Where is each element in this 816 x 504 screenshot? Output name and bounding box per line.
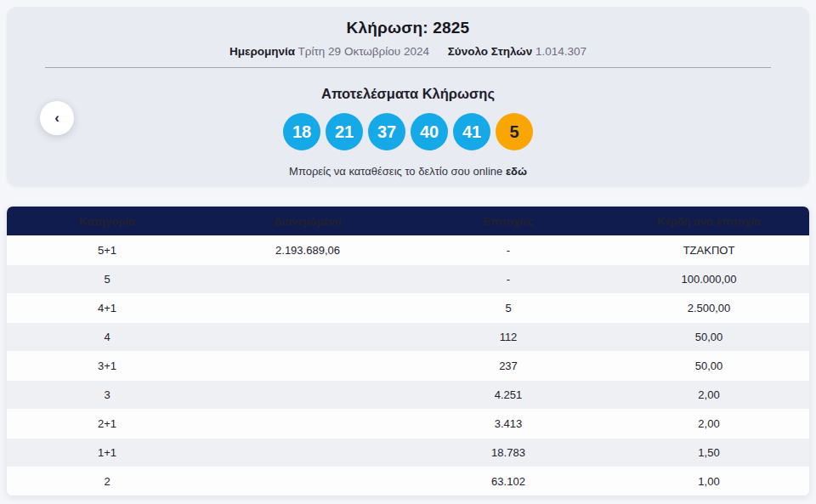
- cell-category: 4: [7, 331, 207, 343]
- draw-date-value: Τρίτη 29 Οκτωβρίου 2024: [298, 45, 429, 58]
- cell-winners: -: [408, 273, 609, 286]
- cell-category: 3+1: [7, 360, 207, 372]
- cell-winners: 18.783: [408, 446, 609, 459]
- cta-link[interactable]: εδώ: [506, 165, 527, 178]
- cell-winners: -: [408, 244, 609, 257]
- results-title: Αποτελέσματα Κλήρωσης: [7, 86, 809, 102]
- cell-category: 1+1: [7, 446, 207, 459]
- number-ball: 18: [283, 113, 320, 150]
- table-body: 5+1 2.193.689,06 - ΤΖΑΚΠΟΤ 5 - 100.000,0…: [7, 235, 809, 496]
- total-columns-value: 1.014.307: [536, 45, 586, 58]
- divider: [45, 67, 771, 68]
- cell-prize: ΤΖΑΚΠΟΤ: [609, 244, 809, 257]
- cell-category: 5+1: [7, 244, 207, 257]
- lottery-results-page: Κλήρωση: 2825 Ημερομηνία Τρίτη 29 Οκτωβρ…: [0, 0, 816, 504]
- chevron-left-icon: ‹: [54, 110, 60, 125]
- cta-line: Μπορείς να καταθέσεις το δελτίο σου onli…: [7, 165, 809, 178]
- header-prize: Κέρδη ανά επιτυχία: [609, 215, 809, 228]
- cell-prize: 1,50: [609, 446, 809, 459]
- header-category: Κατηγορία: [7, 215, 207, 228]
- page-title: Κλήρωση: 2825: [7, 7, 809, 37]
- table-row: 2 63.102 1,00: [7, 467, 809, 496]
- cell-prize: 50,00: [609, 331, 809, 343]
- table-row: 3+1 237 50,00: [7, 351, 809, 380]
- draw-date-label: Ημερομηνία: [230, 45, 295, 58]
- back-button[interactable]: ‹: [40, 101, 74, 135]
- total-columns: Σύνολο Στηλών 1.014.307: [448, 45, 586, 58]
- cell-winners: 112: [408, 331, 609, 343]
- cell-prize: 50,00: [609, 360, 809, 372]
- number-ball: 21: [326, 113, 363, 150]
- table-row: 4 112 50,00: [7, 322, 809, 351]
- table-row: 5 - 100.000,00: [7, 264, 809, 293]
- table-row: 5+1 2.193.689,06 - ΤΖΑΚΠΟΤ: [7, 235, 809, 264]
- prize-table: Κατηγορία Διανεμόμενα Επιτυχίες Κέρδη αν…: [7, 207, 809, 496]
- total-columns-label: Σύνολο Στηλών: [448, 45, 532, 58]
- number-ball: 37: [368, 113, 405, 150]
- header-winners: Επιτυχίες: [408, 215, 609, 228]
- header-distributed: Διανεμόμενα: [207, 215, 408, 228]
- draw-date: Ημερομηνία Τρίτη 29 Οκτωβρίου 2024: [230, 45, 429, 58]
- cell-winners: 5: [408, 302, 609, 314]
- cell-prize: 2,00: [609, 417, 809, 430]
- cell-category: 5: [7, 273, 207, 286]
- table-row: 2+1 3.413 2,00: [7, 409, 809, 438]
- cell-winners: 237: [408, 360, 609, 372]
- cell-prize: 2,00: [609, 388, 809, 401]
- cell-category: 4+1: [7, 302, 207, 314]
- table-row: 3 4.251 2,00: [7, 380, 809, 409]
- cell-winners: 3.413: [408, 417, 609, 430]
- cell-distributed: 2.193.689,06: [207, 244, 408, 257]
- bonus-number-ball: 5: [496, 113, 533, 150]
- number-ball: 40: [411, 113, 448, 150]
- cell-prize: 100.000,00: [609, 273, 809, 286]
- cell-category: 2: [7, 475, 207, 488]
- cta-text: Μπορείς να καταθέσεις το δελτίο σου onli…: [289, 165, 502, 178]
- draw-panel: Κλήρωση: 2825 Ημερομηνία Τρίτη 29 Οκτωβρ…: [7, 7, 809, 186]
- cell-category: 3: [7, 388, 207, 401]
- cell-prize: 1,00: [609, 475, 809, 488]
- number-ball: 41: [453, 113, 490, 150]
- cell-winners: 63.102: [408, 475, 609, 488]
- table-row: 4+1 5 2.500,00: [7, 293, 809, 322]
- table-header-row: Κατηγορία Διανεμόμενα Επιτυχίες Κέρδη αν…: [7, 207, 809, 235]
- draw-meta: Ημερομηνία Τρίτη 29 Οκτωβρίου 2024 Σύνολ…: [7, 45, 809, 58]
- cell-category: 2+1: [7, 417, 207, 430]
- cell-winners: 4.251: [408, 388, 609, 401]
- table-row: 1+1 18.783 1,50: [7, 438, 809, 467]
- winning-numbers: 18 21 37 40 41 5: [7, 113, 809, 150]
- cell-prize: 2.500,00: [609, 302, 809, 314]
